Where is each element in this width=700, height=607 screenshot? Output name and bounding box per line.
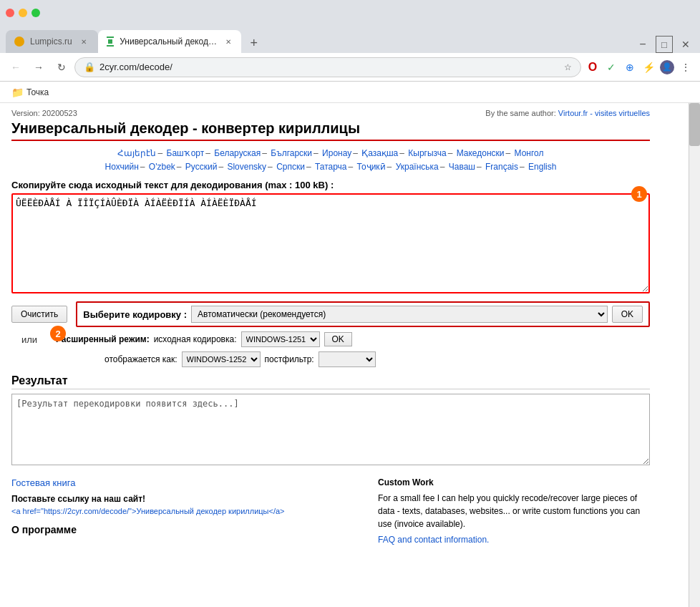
footer-section: Гостевая книга Поставьте ссылку на наш с… bbox=[11, 477, 650, 545]
user-icon[interactable]: 👤 bbox=[658, 59, 676, 76]
minimize-icon[interactable]: − bbox=[634, 36, 651, 53]
postfilter-select[interactable] bbox=[319, 351, 376, 367]
tab-label-decoder: Универсальный декодер - конв... bbox=[120, 37, 218, 47]
lang-link-serbian[interactable]: Српски bbox=[276, 162, 305, 172]
tab-bar: Lumpics.ru ✕ Универсальный декодер - кон… bbox=[0, 26, 700, 53]
tab-lumpics[interactable]: Lumpics.ru ✕ bbox=[6, 30, 98, 53]
lang-link-iron[interactable]: Иронау bbox=[322, 148, 351, 158]
encoding-select[interactable]: Автоматически (рекомендуется) KOI8-R CP1… bbox=[191, 306, 608, 323]
link-code: <a href="https://2cyr.com/decode/">Униве… bbox=[11, 507, 364, 515]
restore-icon[interactable]: □ bbox=[656, 36, 673, 53]
page-container: Version: 20200523 By the same author: Vi… bbox=[0, 103, 700, 607]
title-bar bbox=[0, 0, 700, 26]
new-tab-button[interactable]: + bbox=[244, 33, 264, 53]
close-button[interactable] bbox=[6, 9, 14, 17]
close-window-icon[interactable]: ✕ bbox=[677, 36, 694, 53]
shield-icon[interactable]: ✓ bbox=[603, 59, 620, 76]
maximize-button[interactable] bbox=[31, 9, 40, 17]
encoding-label: Выберите кодировку : bbox=[83, 309, 187, 320]
bookmark-star[interactable]: ☆ bbox=[564, 62, 572, 72]
advanced-wrapper: или Расширенный режим: исходная кодировк… bbox=[11, 331, 650, 367]
lang-link-french[interactable]: Français bbox=[485, 162, 518, 172]
scrollbar-thumb[interactable] bbox=[689, 103, 700, 146]
display-as-label: отображается как: bbox=[104, 354, 178, 364]
clear-button[interactable]: Очистить bbox=[11, 306, 67, 323]
reload-button[interactable]: ↻ bbox=[52, 57, 72, 77]
input-wrapper: ÛËËÈÐÀÅÍ À ÏÎÏÇÍÀÛÈÐÏÀ ÀÍÀËÈÐÏÍÀ ÀÍÀËÈÏÐ… bbox=[11, 193, 650, 296]
lang-link-slovak[interactable]: Slovensky bbox=[227, 162, 266, 172]
tab-close-decoder[interactable]: ✕ bbox=[224, 36, 233, 47]
lang-link-ukrainian[interactable]: Українська bbox=[396, 162, 439, 172]
result-area[interactable]: [Результат перекодировки появится здесь.… bbox=[11, 394, 650, 465]
lang-link-bashkort[interactable]: Башҡорт bbox=[167, 148, 205, 158]
tab-close-lumpics[interactable]: ✕ bbox=[78, 36, 89, 47]
window-controls bbox=[6, 9, 40, 17]
lang-link-uzbek[interactable]: O'zbek bbox=[149, 162, 175, 172]
result-title: Результат bbox=[11, 374, 650, 389]
lang-links: Հայերէն– Башҡорт– Беларуская– Български–… bbox=[11, 147, 650, 174]
version-line: Version: 20200523 By the same author: Vi… bbox=[11, 109, 650, 117]
lang-link-kyrgyz[interactable]: Кыргызча bbox=[408, 148, 446, 158]
version-text: Version: 20200523 bbox=[11, 109, 77, 117]
encoding-section: Выберите кодировку : Автоматически (реко… bbox=[76, 301, 650, 327]
lang-link-armenian[interactable]: Հայերէն bbox=[117, 148, 156, 158]
globe-icon[interactable]: ⊕ bbox=[621, 59, 638, 76]
author-link[interactable]: Virtour.fr - visites virtuelles bbox=[558, 109, 650, 117]
source-encoding-select[interactable]: WINDOWS-1251 KOI8-R ISO-8859-5 bbox=[241, 331, 320, 347]
display-row: отображается как: WINDOWS-1252 KOI8-R по… bbox=[104, 351, 650, 367]
ok-button-2[interactable]: OK bbox=[324, 332, 352, 346]
link-section-title: Поставьте ссылку на наш сайт! bbox=[11, 494, 364, 504]
folder-icon: 📁 bbox=[11, 87, 24, 98]
tab-favicon-decoder bbox=[107, 37, 115, 47]
main-content: Version: 20200523 By the same author: Vi… bbox=[0, 103, 700, 607]
source-encoding-label: исходная кодировка: bbox=[154, 334, 237, 344]
bookmark-bar: 📁 Точка bbox=[0, 82, 700, 103]
minimize-button[interactable] bbox=[19, 9, 27, 17]
lang-link-bulgarian[interactable]: Български bbox=[271, 148, 312, 158]
bookmark-label: Точка bbox=[26, 87, 49, 97]
text-input[interactable]: ÛËËÈÐÀÅÍ À ÏÎÏÇÍÀÛÈÐÏÀ ÀÍÀËÈÐÏÍÀ ÀÍÀËÈÏÐ… bbox=[11, 193, 650, 293]
footer-right: Custom Work For a small fee I can help y… bbox=[378, 477, 650, 545]
lang-link-kazakh[interactable]: Қазақша bbox=[361, 148, 398, 158]
scrollbar[interactable] bbox=[689, 103, 700, 607]
lang-link-russian[interactable]: Русский bbox=[185, 162, 218, 172]
postfilter-label: постфильтр: bbox=[265, 354, 314, 364]
bookmark-tochka[interactable]: 📁 Точка bbox=[6, 85, 54, 99]
lang-link-chechen[interactable]: Нохчийн bbox=[105, 162, 139, 172]
page-content: Version: 20200523 By the same author: Vi… bbox=[0, 103, 677, 607]
menu-icon[interactable]: ⋮ bbox=[677, 59, 694, 76]
tab-decoder[interactable]: Универсальный декодер - конв... ✕ bbox=[98, 30, 241, 53]
forward-button[interactable]: → bbox=[29, 57, 49, 77]
nav-bar: ← → ↻ 🔒 2cyr.com/decode/ ☆ O ✓ ⊕ ⚡ 👤 ⋮ bbox=[0, 53, 700, 82]
display-as-select[interactable]: WINDOWS-1252 KOI8-R bbox=[182, 351, 261, 367]
extensions-icon[interactable]: ⚡ bbox=[640, 59, 657, 76]
advanced-label: Расширенный режим: bbox=[56, 334, 150, 344]
or-text: или bbox=[11, 334, 47, 345]
guestbook-link[interactable]: Гостевая книга bbox=[11, 477, 75, 488]
back-button[interactable]: ← bbox=[6, 57, 26, 77]
ok-button-1[interactable]: OK bbox=[612, 306, 643, 323]
input-label: Скопируйте сюда исходный текст для декод… bbox=[11, 180, 650, 190]
advanced-section: Расширенный режим: исходная кодировка: W… bbox=[56, 331, 650, 347]
nav-icons: O ✓ ⊕ ⚡ 👤 ⋮ bbox=[584, 59, 694, 76]
result-section: Результат [Результат перекодировки появи… bbox=[11, 374, 650, 467]
lang-link-english[interactable]: English bbox=[528, 162, 556, 172]
content-area: Version: 20200523 By the same author: Vi… bbox=[0, 103, 700, 607]
opera-icon[interactable]: O bbox=[584, 59, 601, 76]
or-row: или Расширенный режим: исходная кодировк… bbox=[11, 331, 650, 347]
lang-link-tatar[interactable]: Татарча bbox=[315, 162, 347, 172]
lock-icon: 🔒 bbox=[84, 62, 95, 72]
lang-link-macedonian[interactable]: Македонски bbox=[457, 148, 505, 158]
faq-link[interactable]: FAQ and contact information. bbox=[378, 535, 489, 545]
lang-link-mongol[interactable]: Монгол bbox=[515, 148, 544, 158]
footer-left: Гостевая книга Поставьте ссылку на наш с… bbox=[11, 477, 364, 545]
address-text: 2cyr.com/decode/ bbox=[99, 62, 560, 72]
address-bar[interactable]: 🔒 2cyr.com/decode/ ☆ bbox=[74, 57, 581, 77]
page-title: Универсальный декодер - конвертер кирилл… bbox=[11, 120, 650, 141]
lang-link-belarusian[interactable]: Беларуская bbox=[214, 148, 261, 158]
lang-link-tajik[interactable]: Тоҷикӣ bbox=[357, 162, 386, 172]
custom-work-title: Custom Work bbox=[378, 477, 650, 487]
page-wrapper: Version: 20200523 By the same author: Vi… bbox=[9, 109, 653, 545]
lang-link-chuvash[interactable]: Чаваш bbox=[449, 162, 475, 172]
controls-row: Очистить Выберите кодировку : Автоматиче… bbox=[11, 301, 650, 327]
